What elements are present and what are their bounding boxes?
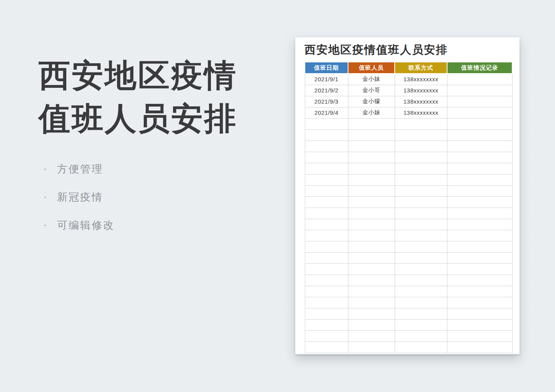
table-cell — [305, 152, 348, 163]
table-cell — [395, 185, 447, 196]
table-cell — [447, 174, 512, 185]
table-cell — [348, 241, 395, 252]
table-cell — [395, 330, 447, 342]
table-cell: 2021/9/1 — [305, 74, 348, 85]
table-cell — [447, 129, 512, 141]
header-row: 值班日期值班人员联系方式值班情况记录 — [305, 62, 512, 74]
empty-row — [305, 163, 512, 174]
table-cell — [305, 129, 348, 141]
empty-row — [305, 319, 512, 330]
feature-item-covid: · 新冠疫情 — [43, 191, 270, 203]
empty-row — [305, 286, 512, 297]
table-cell — [305, 286, 348, 297]
table-cell — [395, 152, 447, 163]
bullet-dot-icon: · — [43, 219, 48, 230]
left-panel: 西安地区疫情 值班人员安排 · 方便管理 · 新冠疫情 · 可编辑修改 — [39, 54, 270, 248]
table-cell — [395, 286, 447, 297]
empty-row — [305, 342, 512, 353]
table-cell — [447, 107, 512, 118]
table-cell — [305, 196, 348, 208]
feature-item-manage: · 方便管理 — [43, 163, 270, 175]
table-cell — [305, 330, 348, 342]
duty-row: 2021/9/4金小妹138xxxxxxxx — [305, 107, 512, 118]
empty-row — [305, 152, 512, 163]
page-title: 西安地区疫情 值班人员安排 — [39, 54, 270, 140]
table-cell — [447, 141, 512, 152]
table-cell — [348, 185, 395, 196]
empty-row — [305, 297, 512, 308]
table-cell — [395, 196, 447, 208]
table-cell — [395, 275, 447, 286]
table-cell — [305, 263, 348, 275]
table-cell — [447, 219, 512, 230]
table-cell — [348, 319, 395, 330]
table-cell — [447, 308, 512, 319]
empty-row — [305, 219, 512, 230]
feature-item-label: 可编辑修改 — [57, 219, 115, 231]
page-title-line2: 值班人员安排 — [39, 101, 237, 136]
table-cell — [348, 219, 395, 230]
duty-row: 2021/9/2金小哥138xxxxxxxx — [305, 85, 512, 96]
table-cell — [447, 85, 512, 96]
table-cell: 金小獴 — [348, 96, 395, 107]
empty-row — [305, 118, 512, 129]
table-cell — [395, 141, 447, 152]
table-cell — [348, 141, 395, 152]
table-cell — [348, 297, 395, 308]
table-cell — [395, 118, 447, 129]
table-cell — [447, 252, 512, 263]
table-cell — [447, 208, 512, 219]
table-cell: 138xxxxxxxx — [395, 85, 447, 96]
empty-row — [305, 275, 512, 286]
table-cell: 2021/9/3 — [305, 96, 348, 107]
table-cell — [348, 252, 395, 263]
duty-table: 值班日期值班人员联系方式值班情况记录 2021/9/1金小妹138xxxxxxx… — [304, 62, 513, 353]
empty-row — [305, 230, 512, 241]
table-cell — [447, 342, 512, 353]
empty-row — [305, 174, 512, 185]
table-cell — [447, 330, 512, 342]
table-cell — [305, 297, 348, 308]
table-cell — [348, 342, 395, 353]
table-cell — [348, 308, 395, 319]
duty-row: 2021/9/1金小妹138xxxxxxxx — [305, 74, 512, 85]
table-cell — [447, 286, 512, 297]
table-cell — [447, 96, 512, 107]
table-cell — [305, 141, 348, 152]
table-cell — [305, 163, 348, 174]
sheet-title: 西安地区疫情值班人员安排 — [304, 42, 520, 58]
table-cell — [348, 118, 395, 129]
bullet-dot-icon: · — [43, 162, 48, 174]
column-header: 值班日期 — [305, 62, 348, 74]
table-cell — [305, 241, 348, 252]
column-header: 值班情况记录 — [447, 62, 512, 74]
empty-row — [305, 308, 512, 319]
table-cell: 2021/9/4 — [305, 107, 348, 118]
feature-item-label: 方便管理 — [57, 163, 103, 175]
sheet-card: 西安地区疫情值班人员安排 值班日期值班人员联系方式值班情况记录 2021/9/1… — [295, 37, 520, 354]
table-cell — [348, 208, 395, 219]
duty-row: 2021/9/3金小獴138xxxxxxxx — [305, 96, 512, 107]
table-cell — [447, 118, 512, 129]
table-cell — [395, 263, 447, 275]
table-cell — [395, 129, 447, 141]
empty-row — [305, 252, 512, 263]
table-cell — [395, 342, 447, 353]
table-cell — [348, 129, 395, 141]
table-cell — [447, 152, 512, 163]
table-cell — [348, 174, 395, 185]
table-cell: 138xxxxxxxx — [395, 96, 447, 107]
page-title-line1: 西安地区疫情 — [39, 58, 237, 93]
table-cell: 2021/9/2 — [305, 85, 348, 96]
table-cell — [305, 342, 348, 353]
table-cell — [395, 241, 447, 252]
table-cell — [305, 208, 348, 219]
table-cell — [348, 163, 395, 174]
table-cell — [447, 230, 512, 241]
empty-row — [305, 129, 512, 141]
empty-row — [305, 330, 512, 342]
table-cell — [305, 219, 348, 230]
table-cell — [395, 319, 447, 330]
table-cell — [305, 308, 348, 319]
table-cell — [395, 230, 447, 241]
